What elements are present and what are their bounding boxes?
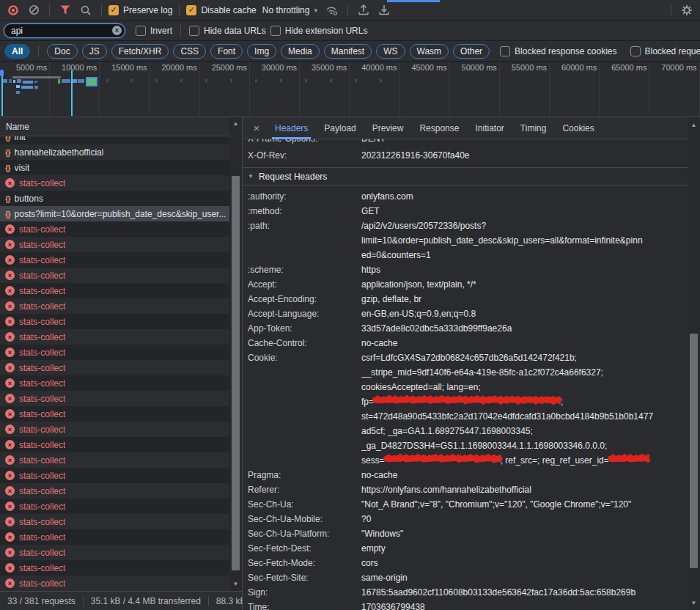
divider	[179, 4, 180, 16]
header-value: same-origin	[361, 570, 690, 585]
scroll-up-icon[interactable]: ▲	[229, 119, 242, 129]
section-title: Request Headers	[259, 172, 327, 182]
request-row[interactable]: ×stats-collect	[0, 437, 242, 452]
request-row[interactable]: {}init	[0, 136, 242, 144]
request-row[interactable]: ×stats-collect	[0, 514, 242, 529]
type-filter-font[interactable]: Font	[210, 44, 243, 59]
type-filter-js[interactable]: JS	[82, 44, 107, 59]
error-icon: ×	[5, 255, 15, 265]
request-row[interactable]: ×stats-collect	[0, 314, 242, 329]
clear-filter-icon[interactable]: ×	[112, 26, 122, 35]
record-button[interactable]	[4, 1, 22, 19]
header-value: 16785:5aad9602cf110608b03133de563642fac1…	[361, 585, 690, 600]
scroll-down-icon[interactable]: ▼	[688, 598, 700, 609]
detail-scrollbar[interactable]: ▲ ▼	[688, 117, 700, 610]
request-name: stats-collect	[19, 378, 65, 389]
request-row[interactable]: ×stats-collect	[0, 268, 242, 283]
type-filter-ws[interactable]: WS	[376, 44, 405, 59]
request-row[interactable]: ×stats-collect	[0, 483, 242, 499]
request-row[interactable]: ×stats-collect	[0, 452, 242, 468]
search-icon[interactable]	[77, 1, 95, 19]
network-overview-timeline[interactable]: 5000 ms10000 ms15000 ms20000 ms25000 ms3…	[0, 62, 700, 117]
request-row[interactable]: ×stats-collect	[0, 422, 242, 437]
clear-button[interactable]	[25, 1, 43, 19]
divider	[180, 25, 181, 37]
tab-response[interactable]: Response	[412, 117, 466, 139]
waterfall-bar	[78, 79, 84, 83]
request-row[interactable]: ×stats-collect	[0, 576, 242, 591]
type-filter-img[interactable]: Img	[247, 44, 276, 59]
request-row[interactable]: ×stats-collect	[0, 329, 242, 345]
request-name: stats-collect	[19, 394, 65, 404]
type-filter-manifest[interactable]: Manifest	[324, 44, 372, 59]
header-value: "Windows"	[361, 526, 690, 541]
close-icon[interactable]: ×	[247, 117, 266, 139]
request-row[interactable]: {}visit	[0, 160, 242, 175]
export-har-icon[interactable]	[355, 1, 372, 19]
tab-cookies[interactable]: Cookies	[555, 117, 601, 139]
disable-cache-checkbox[interactable]: ✓ Disable cache	[186, 5, 256, 15]
tab-preview[interactable]: Preview	[365, 117, 411, 139]
request-row[interactable]: ×stats-collect	[0, 468, 242, 483]
request-row[interactable]: {}hannahelizabethofficial	[0, 144, 242, 160]
request-row[interactable]: ×stats-collect	[0, 360, 242, 375]
selection-line[interactable]	[71, 70, 73, 116]
scrollbar-thumb[interactable]	[690, 334, 698, 568]
selection-handle[interactable]	[0, 70, 4, 76]
hide-extension-urls-checkbox[interactable]: Hide extension URLs	[270, 26, 368, 36]
type-filter-doc[interactable]: Doc	[47, 44, 77, 59]
request-row[interactable]: ×stats-collect	[0, 345, 242, 360]
tab-timing[interactable]: Timing	[513, 117, 554, 139]
type-filter-css[interactable]: CSS	[173, 44, 206, 59]
preserve-log-checkbox[interactable]: ✓ Preserve log	[108, 5, 172, 15]
request-headers-section-toggle[interactable]: ▼ Request Headers	[243, 167, 690, 185]
throttling-select[interactable]: No throttling ▾	[259, 5, 320, 15]
clipped-request-row: {}init	[0, 136, 242, 144]
scroll-down-icon[interactable]: ▼	[229, 579, 242, 589]
scroll-up-icon[interactable]: ▲	[688, 120, 700, 131]
settings-gear-icon[interactable]	[678, 1, 696, 19]
request-row[interactable]: ×stats-collect	[0, 375, 242, 391]
tab-initiator[interactable]: Initiator	[468, 117, 511, 139]
type-filter-all[interactable]: All	[4, 44, 30, 59]
import-har-icon[interactable]	[375, 1, 393, 19]
blocked-response-cookies-checkbox[interactable]: Blocked response cookies	[500, 46, 616, 56]
header-value: GET	[361, 204, 690, 218]
selection-line[interactable]	[1, 70, 3, 116]
request-row[interactable]: ×stats-collect	[0, 499, 242, 514]
request-list-scrollbar[interactable]: ▲ ▼	[229, 117, 242, 591]
request-row[interactable]: ×stats-collect	[0, 560, 242, 576]
request-row[interactable]: ×stats-collect	[0, 391, 242, 406]
tab-payload[interactable]: Payload	[317, 117, 363, 139]
tab-headers[interactable]: Headers	[268, 117, 315, 139]
request-row[interactable]: ×stats-collect	[0, 175, 242, 191]
redaction-scribble	[609, 456, 649, 464]
header-name: X-Of-Rev:	[243, 148, 361, 163]
hide-data-urls-checkbox[interactable]: Hide data URLs	[189, 26, 266, 36]
network-conditions-icon[interactable]	[323, 1, 341, 19]
request-row[interactable]: ×stats-collect	[0, 237, 242, 252]
name-column-header[interactable]: Name	[0, 117, 242, 136]
request-row[interactable]: ×stats-collect	[0, 406, 242, 422]
type-filter-fetch-xhr[interactable]: Fetch/XHR	[111, 44, 169, 59]
type-filter-wasm[interactable]: Wasm	[410, 44, 449, 59]
request-row[interactable]: ×stats-collect	[0, 529, 242, 545]
type-filter-media[interactable]: Media	[281, 44, 320, 59]
request-row[interactable]: ×stats-collect	[0, 252, 242, 268]
blocked-requests-checkbox[interactable]: Blocked requests	[630, 46, 700, 56]
type-filter-other[interactable]: Other	[453, 44, 490, 59]
header-name: :path:	[243, 218, 361, 262]
request-row[interactable]: {}posts?limit=10&order=publish_date_desc…	[0, 206, 242, 221]
request-row[interactable]: ×stats-collect	[0, 283, 242, 298]
transferred-size: 35.1 kB / 4.4 MB transferred	[83, 596, 208, 606]
scrollbar-thumb[interactable]	[232, 176, 240, 570]
request-row[interactable]: ×stats-collect	[0, 221, 242, 237]
request-row[interactable]: {}buttons	[0, 191, 242, 206]
invert-checkbox[interactable]: Invert	[136, 26, 172, 36]
filter-toggle-icon[interactable]	[56, 1, 74, 19]
error-icon: ×	[5, 378, 15, 388]
header-value-line: fp=;	[361, 394, 690, 409]
request-row[interactable]: ×stats-collect	[0, 545, 242, 560]
request-row[interactable]: ×stats-collect	[0, 298, 242, 314]
filter-input[interactable]	[4, 23, 125, 38]
